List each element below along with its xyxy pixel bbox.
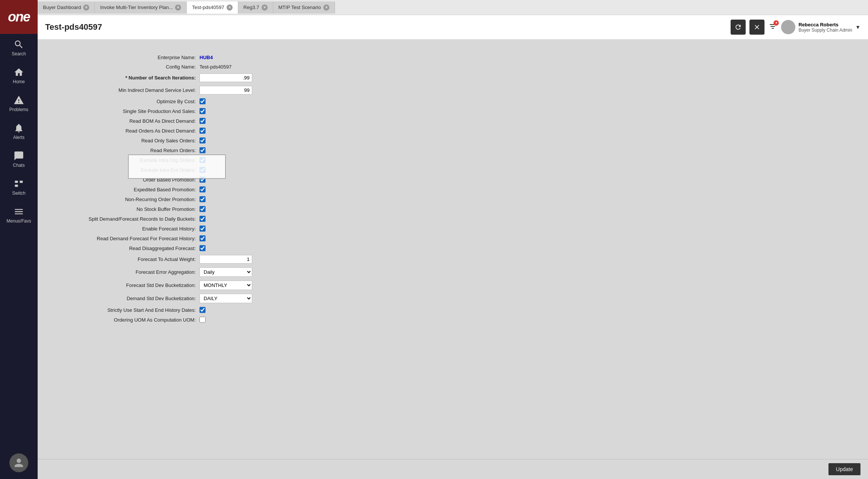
read-bom-label: Read BOM As Direct Demand: (56, 118, 199, 124)
sidebar-item-alerts[interactable]: Alerts (0, 117, 38, 145)
search-iterations-input[interactable] (199, 73, 252, 82)
refresh-icon (734, 23, 742, 31)
user-section: Rebecca Roberts Buyer Supply Chain Admin… (781, 20, 860, 34)
search-icon (14, 39, 24, 50)
svg-rect-1 (20, 181, 23, 183)
read-return-row: Read Return Orders: (56, 147, 849, 153)
read-demand-forecast-row: Read Demand Forecast For Forecast Histor… (56, 235, 849, 241)
sidebar-item-search[interactable]: Search (0, 34, 38, 62)
expedited-promo-row: Expedited Based Promotion: (56, 186, 849, 192)
single-site-row: Single Site Production And Sales: (56, 108, 849, 114)
tab-close-mtip[interactable]: ✕ (323, 5, 329, 11)
tab-close-buyer[interactable]: ✕ (83, 5, 89, 11)
update-button[interactable]: Update (828, 463, 860, 475)
tab-close-invoke[interactable]: ✕ (175, 5, 181, 11)
ordering-uom-checkbox[interactable] (199, 317, 206, 323)
exclude-intra-org-row: Exclude Intra Org Orders: (56, 157, 849, 163)
read-orders-checkbox[interactable] (199, 128, 206, 134)
menu-icon (14, 206, 24, 217)
footer-bar: Update (38, 459, 868, 479)
read-demand-forecast-checkbox[interactable] (199, 235, 206, 241)
tab-close-reg37[interactable]: ✕ (262, 5, 268, 11)
read-orders-row: Read Orders As Direct Demand: (56, 128, 849, 134)
strictly-use-row: Strictly Use Start And End History Dates… (56, 307, 849, 313)
sidebar-item-menus[interactable]: Menus/Favs (0, 201, 38, 229)
indirect-demand-row: Min Indirect Demand Service Level: (56, 86, 849, 95)
user-info: Rebecca Roberts Buyer Supply Chain Admin (798, 22, 852, 33)
user-dropdown-button[interactable]: ▼ (855, 24, 860, 30)
split-demand-checkbox[interactable] (199, 216, 206, 222)
sidebar-label-search: Search (12, 51, 26, 56)
sidebar-item-home[interactable]: Home (0, 62, 38, 90)
sidebar-label-menus: Menus/Favs (6, 218, 31, 224)
sidebar-label-home: Home (13, 79, 25, 84)
sidebar-label-alerts: Alerts (13, 135, 25, 140)
enable-forecast-label: Enable Forecast History: (56, 226, 199, 232)
close-button[interactable] (749, 20, 764, 35)
tab-bar: Buyer Dashboard ✕ Invoke Multi-Tier Inve… (38, 0, 868, 15)
sidebar-item-problems[interactable]: Problems (0, 90, 38, 117)
indirect-demand-input[interactable] (199, 86, 252, 95)
strictly-use-checkbox[interactable] (199, 307, 206, 313)
forecast-std-row: Forecast Std Dev Bucketization: DAILY WE… (56, 281, 849, 290)
tab-reg37[interactable]: Reg3.7 ✕ (238, 2, 273, 14)
read-only-sales-row: Read Only Sales Orders: (56, 137, 849, 143)
no-stock-buffer-checkbox[interactable] (199, 206, 206, 212)
read-return-checkbox[interactable] (199, 147, 206, 153)
non-recurring-checkbox[interactable] (199, 196, 206, 202)
user-avatar-btn[interactable] (9, 453, 28, 472)
order-based-promo-checkbox[interactable] (199, 177, 206, 183)
sidebar-label-switch: Switch (12, 191, 25, 196)
non-recurring-row: Non-Recurring Order Promotion: (56, 196, 849, 202)
user-name: Rebecca Roberts (798, 22, 852, 27)
read-bom-checkbox[interactable] (199, 118, 206, 124)
home-icon (14, 67, 24, 78)
tab-invoke-multi[interactable]: Invoke Multi-Tier Inventory Plan... ✕ (95, 2, 187, 14)
enable-forecast-row: Enable Forecast History: (56, 226, 849, 232)
single-site-label: Single Site Production And Sales: (56, 108, 199, 114)
enterprise-name-value: HUB4 (199, 55, 213, 60)
tab-mtip[interactable]: MTIP Test Scenario ✕ (273, 2, 335, 14)
warning-icon (14, 95, 24, 105)
read-disaggregated-row: Read Disaggregated Forecast: (56, 245, 849, 251)
exclude-intra-org-checkbox[interactable] (199, 157, 206, 163)
demand-std-select[interactable]: DAILY WEEKLY MONTHLY (199, 294, 252, 303)
svg-rect-0 (15, 181, 18, 183)
tab-close-testpds[interactable]: ✕ (227, 5, 233, 11)
ordering-uom-row: Ordering UOM As Computation UOM: (56, 317, 849, 323)
exclude-intra-org-label: Exclude Intra Org Orders: (56, 157, 199, 163)
forecast-std-select[interactable]: DAILY WEEKLY MONTHLY (199, 281, 252, 290)
tab-test-pds[interactable]: Test-pds40597 ✕ (187, 2, 238, 14)
read-only-sales-checkbox[interactable] (199, 137, 206, 143)
refresh-button[interactable] (731, 20, 746, 35)
read-orders-label: Read Orders As Direct Demand: (56, 128, 199, 134)
no-stock-buffer-row: No Stock Buffer Promotion: (56, 206, 849, 212)
forecast-actual-label: Forecast To Actual Weight: (56, 256, 199, 262)
header-right: ★ Rebecca Roberts Buyer Supply Chain Adm… (768, 20, 860, 34)
exclude-intra-ent-label: Exclude Intra Ent Orders: (56, 167, 199, 173)
tab-buyer-dashboard[interactable]: Buyer Dashboard ✕ (38, 2, 95, 14)
exclude-intra-ent-checkbox[interactable] (199, 167, 206, 173)
notification-button[interactable]: ★ (768, 22, 777, 33)
single-site-checkbox[interactable] (199, 108, 206, 114)
notification-badge: ★ (774, 20, 779, 26)
forecast-error-select[interactable]: Daily Weekly Monthly (199, 267, 252, 277)
forecast-actual-input[interactable] (199, 255, 252, 264)
sidebar-label-chats: Chats (13, 163, 24, 168)
optimize-cost-checkbox[interactable] (199, 98, 206, 104)
switch-icon (14, 178, 24, 189)
read-disaggregated-checkbox[interactable] (199, 245, 206, 251)
demand-std-row: Demand Std Dev Bucketization: DAILY WEEK… (56, 294, 849, 303)
sidebar-label-problems: Problems (9, 107, 29, 112)
main-area: Buyer Dashboard ✕ Invoke Multi-Tier Inve… (38, 0, 868, 479)
enable-forecast-checkbox[interactable] (199, 226, 206, 232)
sidebar-item-chats[interactable]: Chats (0, 145, 38, 173)
sidebar-item-switch[interactable]: Switch (0, 173, 38, 201)
enterprise-name-label: Enterprise Name: (56, 55, 199, 60)
exclude-intra-ent-row: Exclude Intra Ent Orders: (56, 167, 849, 173)
read-bom-row: Read BOM As Direct Demand: (56, 118, 849, 124)
read-return-label: Read Return Orders: (56, 148, 199, 153)
forecast-std-label: Forecast Std Dev Bucketization: (56, 282, 199, 288)
expedited-promo-checkbox[interactable] (199, 186, 206, 192)
enterprise-name-row: Enterprise Name: HUB4 (56, 55, 849, 60)
